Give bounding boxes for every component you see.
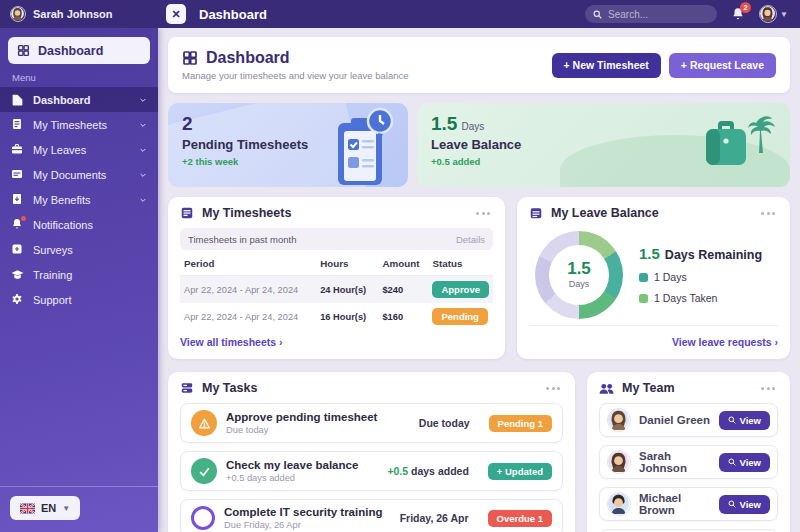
chevron-down-icon: ▼ [62, 504, 70, 513]
sidebar-item-my-timesheets[interactable]: My Timesheets [0, 112, 158, 137]
more-options-icon[interactable] [758, 209, 778, 218]
profile-menu[interactable]: ▼ [759, 5, 788, 23]
tab-title: Dashboard [199, 7, 267, 22]
page-header: Dashboard Manage your timesheets and vie… [168, 37, 790, 93]
pending-timesheets-card[interactable]: 2 Pending Timesheets +2 this week [168, 103, 408, 187]
new-timesheet-button[interactable]: + New Timesheet [552, 53, 661, 78]
request-leave-button[interactable]: + Request Leave [669, 53, 776, 78]
tasks-title: My Tasks [202, 381, 257, 395]
legend-item: 1 Days Taken [639, 292, 762, 304]
benefits-icon [11, 193, 24, 206]
page-title: Dashboard [206, 49, 290, 67]
profile-avatar [759, 5, 777, 23]
gear-icon [11, 293, 24, 306]
page-subtitle: Manage your timesheets and view your lea… [182, 70, 409, 81]
leave-label: Leave Balance [431, 137, 776, 152]
leave-unit: Days [461, 121, 484, 132]
leave-value: 1.5 [431, 113, 457, 134]
language-selector[interactable]: EN ▼ [10, 496, 80, 520]
view-leave-requests-link[interactable]: View leave requests › [672, 336, 778, 348]
timesheets-title: My Timesheets [202, 206, 291, 220]
task-item[interactable]: Check my leave balance +0.5 days added +… [180, 451, 563, 491]
team-icon [599, 382, 614, 395]
sidebar-item-surveys[interactable]: Surveys [0, 237, 158, 262]
team-member-row: Michael Brown View [599, 487, 778, 521]
calendar-icon [529, 206, 543, 220]
radio-unchecked-icon[interactable] [191, 506, 215, 530]
sidebar-brand-label: Dashboard [38, 44, 103, 58]
sidebar-nav: Dashboard My Timesheets My Leaves My Doc… [0, 87, 158, 486]
donut-center-value: 1.5 [567, 260, 591, 277]
document-icon [11, 168, 24, 181]
view-all-timesheets-link[interactable]: View all timesheets › [180, 336, 283, 348]
sidebar-item-my-benefits[interactable]: My Benefits [0, 187, 158, 212]
sidebar-item-my-leaves[interactable]: My Leaves [0, 137, 158, 162]
chevron-down-icon [139, 196, 147, 204]
notifications-button[interactable]: 2 [731, 7, 745, 21]
sidebar-menu-label: Menu [12, 72, 158, 83]
tab-close-button[interactable]: ✕ [166, 4, 186, 24]
chevron-down-icon [139, 121, 147, 129]
sidebar-item-dashboard[interactable]: Dashboard [0, 87, 158, 112]
task-badge: Pending 1 [489, 415, 552, 432]
search-input[interactable] [608, 9, 709, 20]
check-icon [191, 458, 217, 484]
sidebar-item-notifications[interactable]: Notifications [0, 212, 158, 237]
pending-count: 2 [182, 113, 394, 135]
main-content: Dashboard Manage your timesheets and vie… [158, 28, 800, 532]
legend-dot [639, 273, 648, 282]
graduation-icon [11, 268, 24, 281]
sidebar-item-my-documents[interactable]: My Documents [0, 162, 158, 187]
team-title: My Team [622, 381, 675, 395]
grid-icon [182, 50, 198, 66]
timesheets-table: Period Hours Amount Status Apr 22, 2024 … [180, 252, 493, 330]
remaining-value: 1.5 [639, 245, 660, 262]
sidebar-item-support[interactable]: Support [0, 287, 158, 312]
leave-delta: +0.5 added [431, 156, 776, 167]
member-avatar [607, 450, 631, 474]
search-icon [593, 10, 602, 19]
language-label: EN [41, 502, 56, 514]
briefcase-icon [11, 143, 24, 156]
sidebar-item-training[interactable]: Training [0, 262, 158, 287]
bell-icon [11, 218, 24, 231]
pending-label: Pending Timesheets [182, 137, 394, 152]
search-icon [728, 458, 736, 466]
filter-label: Timesheets in past month [188, 234, 296, 245]
view-member-button[interactable]: View [719, 495, 770, 514]
view-member-button[interactable]: View [719, 411, 770, 430]
status-badge[interactable]: Pending [432, 308, 487, 325]
more-options-icon[interactable] [758, 384, 778, 393]
topbar-user[interactable]: Sarah Johnson [0, 6, 158, 22]
member-avatar [607, 492, 631, 516]
my-leave-balance-card: My Leave Balance 1.5 Days 1.5 Days Remai… [517, 197, 790, 359]
legend-item: 1 Days [639, 271, 762, 283]
grid-icon [17, 44, 30, 57]
sidebar: Dashboard Menu Dashboard My Timesheets M… [0, 28, 158, 532]
alert-icon [191, 410, 217, 436]
view-member-button[interactable]: View [719, 453, 770, 472]
timesheets-filter-bar: Timesheets in past month Details [180, 228, 493, 250]
donut-center-unit: Days [569, 279, 590, 289]
member-avatar [607, 408, 631, 432]
more-options-icon[interactable] [543, 384, 563, 393]
leave-balance-card[interactable]: 1.5Days Leave Balance +0.5 added [417, 103, 790, 187]
timesheet-icon [11, 118, 24, 131]
my-timesheets-card: My Timesheets Timesheets in past month D… [168, 197, 505, 359]
table-row[interactable]: Apr 22, 2024 - Apr 24, 2024 24 Hour(s) $… [180, 276, 493, 304]
my-team-card: My Team Daniel Green View Sarah Johnson [587, 372, 790, 532]
pending-delta: +2 this week [182, 156, 394, 167]
details-link[interactable]: Details [456, 234, 485, 245]
leave-balance-title: My Leave Balance [551, 206, 659, 220]
status-badge[interactable]: Approve [432, 281, 489, 298]
team-member-row: Daniel Green View [599, 403, 778, 437]
table-row[interactable]: Apr 22, 2024 - Apr 24, 2024 16 Hour(s) $… [180, 303, 493, 330]
my-tasks-card: My Tasks Approve pending timesheet Due t… [168, 372, 575, 532]
search-box[interactable] [585, 5, 717, 23]
task-item[interactable]: Complete IT security training Due Friday… [180, 499, 563, 532]
task-item[interactable]: Approve pending timesheet Due today Due … [180, 403, 563, 443]
survey-icon [11, 243, 24, 256]
more-options-icon[interactable] [473, 209, 493, 218]
sidebar-brand[interactable]: Dashboard [8, 37, 150, 64]
uk-flag-icon [20, 503, 35, 514]
